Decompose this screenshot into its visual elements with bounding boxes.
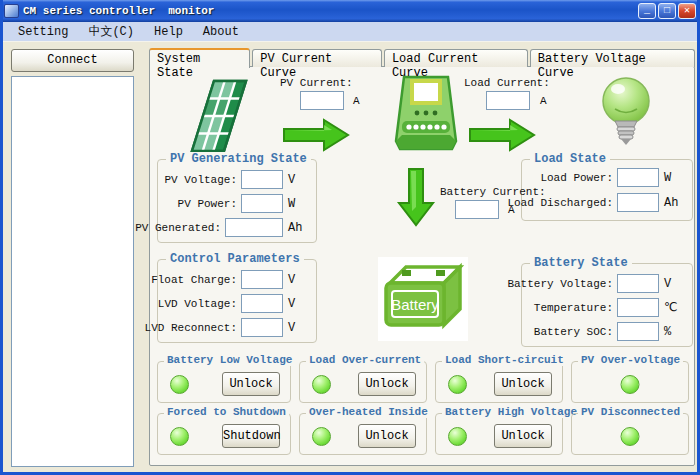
- unlock-button[interactable]: Unlock: [358, 372, 416, 396]
- controller-icon: [390, 71, 462, 155]
- maximize-button[interactable]: □: [658, 3, 676, 19]
- battery-icon-text: Battery: [391, 296, 439, 313]
- float-charge-label: Float Charge:: [151, 274, 237, 286]
- shutdown-button[interactable]: Shutdown: [222, 424, 280, 448]
- status-led: [312, 427, 331, 446]
- arrow-right-icon: [282, 117, 352, 153]
- app-icon: [4, 4, 19, 18]
- battery-icon: Battery: [378, 257, 468, 341]
- lvd-reconnect-unit: V: [288, 321, 308, 335]
- control-parameters-group: Control Parameters Float Charge: V LVD V…: [157, 259, 317, 343]
- battery-voltage-unit: V: [664, 277, 684, 291]
- alarm-battery-low-voltage: Battery Low Voltage Unlock: [157, 361, 291, 403]
- battery-state-title: Battery State: [530, 256, 632, 270]
- pv-voltage-label: PV Voltage:: [164, 174, 237, 186]
- device-listbox[interactable]: [11, 76, 134, 467]
- menu-help[interactable]: Help: [144, 24, 193, 40]
- unlock-button[interactable]: Unlock: [222, 372, 280, 396]
- temperature-label: Temperature:: [534, 302, 613, 314]
- pv-voltage-unit: V: [288, 173, 308, 187]
- alarm-pv-disconnected: PV Disconnected: [571, 413, 689, 455]
- alarm-pv-over-voltage: PV Over-voltage: [571, 361, 689, 403]
- tab-load-current-curve[interactable]: Load Current Curve: [384, 49, 528, 67]
- status-led: [312, 375, 331, 394]
- lvd-voltage-label: LVD Voltage:: [158, 298, 237, 310]
- pv-generating-group: PV Generating State PV Voltage: V PV Pow…: [157, 159, 317, 243]
- battery-soc-field[interactable]: [617, 322, 659, 341]
- tab-strip: System State PV Current Curve Load Curre…: [149, 48, 697, 67]
- pv-power-field[interactable]: [241, 194, 283, 213]
- load-discharged-field[interactable]: [617, 193, 659, 212]
- menu-language[interactable]: 中文(C): [78, 22, 144, 41]
- pv-generated-unit: Ah: [288, 221, 308, 235]
- connect-button[interactable]: Connect: [11, 49, 134, 72]
- solar-panel-icon: [186, 75, 254, 155]
- lvd-voltage-field[interactable]: [241, 294, 283, 313]
- load-power-field[interactable]: [617, 168, 659, 187]
- alarm-forced-to-shutdown: Forced to Shutdown Shutdown: [157, 413, 291, 455]
- temperature-field[interactable]: [617, 298, 659, 317]
- float-charge-unit: V: [288, 273, 308, 287]
- load-state-title: Load State: [530, 152, 610, 166]
- menu-bar: Setting 中文(C) Help About: [0, 22, 700, 42]
- tab-pv-current-curve[interactable]: PV Current Curve: [252, 49, 382, 67]
- load-current-unit: A: [540, 95, 547, 107]
- alarm-title: Forced to Shutdown: [164, 406, 289, 418]
- tab-battery-voltage-curve[interactable]: Battery Voltage Curve: [530, 49, 695, 67]
- status-led: [621, 375, 640, 394]
- tab-system-state[interactable]: System State: [149, 48, 250, 68]
- pv-voltage-field[interactable]: [241, 170, 283, 189]
- load-power-unit: W: [664, 171, 684, 185]
- load-discharged-label: Load Discharged:: [507, 197, 613, 209]
- pv-power-unit: W: [288, 197, 308, 211]
- battery-voltage-field[interactable]: [617, 274, 659, 293]
- lvd-reconnect-label: LVD Reconnect:: [145, 322, 237, 334]
- minimize-button[interactable]: _: [638, 3, 656, 19]
- unlock-button[interactable]: Unlock: [494, 372, 552, 396]
- close-button[interactable]: ✕: [678, 3, 696, 19]
- status-led: [621, 427, 640, 446]
- battery-current-field[interactable]: [455, 200, 499, 219]
- menu-setting[interactable]: Setting: [8, 24, 78, 40]
- status-led: [448, 375, 467, 394]
- status-led: [448, 427, 467, 446]
- unlock-button[interactable]: Unlock: [494, 424, 552, 448]
- arrow-right-icon: [468, 117, 538, 153]
- pv-current-field[interactable]: [300, 91, 344, 110]
- load-power-label: Load Power:: [540, 172, 613, 184]
- status-led: [170, 427, 189, 446]
- alarm-title: Battery High Voltage: [442, 406, 580, 418]
- load-discharged-unit: Ah: [664, 196, 684, 210]
- bulb-icon: [597, 75, 655, 151]
- app-window: CM series controller monitor _ □ ✕ Setti…: [0, 0, 700, 475]
- arrow-down-icon: [396, 167, 436, 227]
- control-parameters-title: Control Parameters: [166, 252, 304, 266]
- alarm-title: Load Over-current: [306, 354, 424, 366]
- temperature-unit: ℃: [664, 300, 684, 315]
- alarm-title: Over-heated Inside: [306, 406, 431, 418]
- battery-state-group: Battery State Battery Voltage: V Tempera…: [521, 263, 693, 347]
- unlock-button[interactable]: Unlock: [358, 424, 416, 448]
- title-bar: CM series controller monitor _ □ ✕: [0, 0, 700, 22]
- battery-soc-unit: %: [664, 325, 684, 339]
- alarm-title: PV Disconnected: [578, 406, 683, 418]
- pv-generated-label: PV Generated:: [135, 222, 221, 234]
- alarm-title: Load Short-circuit: [442, 354, 567, 366]
- menu-about[interactable]: About: [193, 24, 249, 40]
- status-led: [170, 375, 189, 394]
- window-title: CM series controller monitor: [23, 5, 636, 17]
- float-charge-field[interactable]: [241, 270, 283, 289]
- alarm-title: PV Over-voltage: [578, 354, 683, 366]
- pv-generated-field[interactable]: [225, 218, 283, 237]
- battery-soc-label: Battery SOC:: [534, 326, 613, 338]
- alarm-over-heated-inside: Over-heated Inside Unlock: [299, 413, 427, 455]
- alarm-load-over-current: Load Over-current Unlock: [299, 361, 427, 403]
- pv-power-label: PV Power:: [178, 198, 237, 210]
- pv-generating-title: PV Generating State: [166, 152, 311, 166]
- load-state-group: Load State Load Power: W Load Discharged…: [521, 159, 693, 221]
- alarm-load-short-circuit: Load Short-circuit Unlock: [435, 361, 563, 403]
- battery-current-unit: A: [508, 204, 515, 216]
- load-current-field[interactable]: [486, 91, 530, 110]
- lvd-reconnect-field[interactable]: [241, 318, 283, 337]
- alarm-battery-high-voltage: Battery High Voltage Unlock: [435, 413, 563, 455]
